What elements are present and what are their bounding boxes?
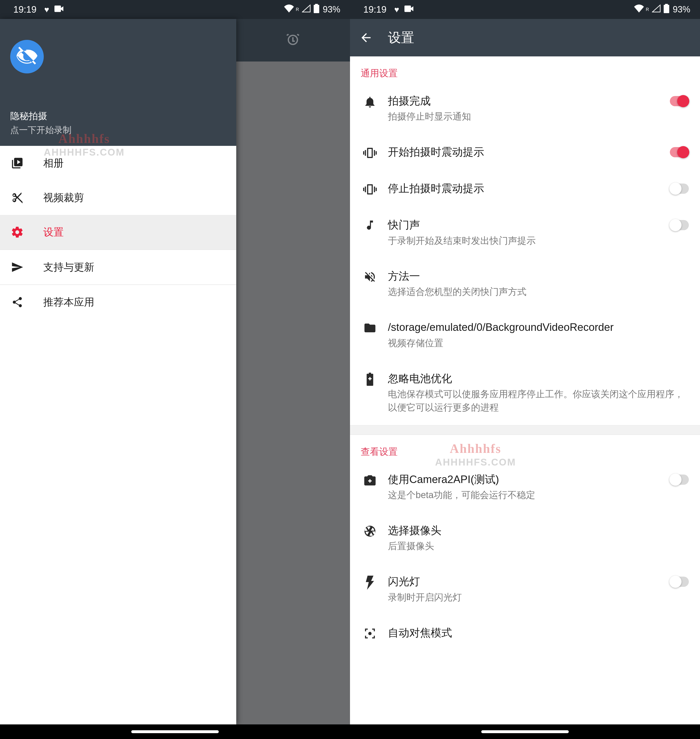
- settings-body[interactable]: 通用设置 拍摄完成 拍摄停止时显示通知 开始拍摄时震动提示 停止拍摄时震动提示: [350, 56, 700, 724]
- scissors-icon: [10, 191, 24, 204]
- phone-right: 19:19 ♥ R 93% 设置 通用设置 拍摄完成 拍摄停止时显示通知: [350, 0, 700, 739]
- camera-plus-icon: [357, 472, 383, 487]
- setting-title: 快门声: [388, 218, 660, 232]
- drawer-item-share[interactable]: 推荐本应用: [0, 285, 236, 319]
- status-time: 19:19: [13, 4, 37, 15]
- bell-icon: [357, 94, 383, 109]
- drawer-item-settings[interactable]: 设置: [0, 215, 236, 249]
- phone-left: 19:19 ♥ R 93% 隐秘拍摄 点: [0, 0, 350, 739]
- signal-icon: [652, 4, 660, 15]
- drawer-title: 隐秘拍摄: [10, 110, 226, 122]
- section-divider: [350, 425, 700, 435]
- setting-row-vibrate-stop[interactable]: 停止拍摄时震动提示: [350, 171, 700, 207]
- battery-plus-icon: [357, 371, 383, 386]
- setting-title: 开始拍摄时震动提示: [388, 145, 660, 159]
- setting-row-choose-camera[interactable]: 选择摄像头 后置摄像头: [350, 512, 700, 564]
- status-time: 19:19: [363, 4, 387, 15]
- battery-icon: [663, 4, 669, 15]
- setting-title: 闪光灯: [388, 574, 660, 589]
- wifi-icon: [284, 4, 294, 15]
- drawer-subtitle: 点一下开始录制: [10, 124, 226, 136]
- drawer-item-support[interactable]: 支持与更新: [0, 250, 236, 284]
- toggle-switch[interactable]: [670, 147, 689, 157]
- setting-title: 选择摄像头: [388, 523, 687, 537]
- back-button[interactable]: [359, 31, 373, 44]
- setting-subtitle: 这是个beta功能，可能会运行不稳定: [388, 488, 660, 502]
- battery-icon: [313, 4, 319, 15]
- setting-title: 停止拍摄时震动提示: [388, 181, 660, 196]
- setting-row-vibrate-start[interactable]: 开始拍摄时震动提示: [350, 134, 700, 171]
- setting-title: 忽略电池优化: [388, 371, 687, 386]
- folder-icon: [357, 320, 383, 334]
- setting-row-done-notify[interactable]: 拍摄完成 拍摄停止时显示通知: [350, 83, 700, 134]
- center-focus-icon: [357, 626, 383, 640]
- setting-subtitle: 于录制开始及结束时发出快门声提示: [388, 234, 660, 247]
- music-note-icon: [357, 218, 383, 231]
- setting-row-storage[interactable]: /storage/emulated/0/BackgroundVideoRecor…: [350, 309, 700, 360]
- toggle-switch[interactable]: [670, 220, 689, 230]
- network-r-label: R: [646, 7, 649, 12]
- alarm-icon[interactable]: [285, 32, 301, 49]
- send-icon: [10, 261, 24, 274]
- setting-row-battery[interactable]: 忽略电池优化 电池保存模式可以使服务应用程序停止工作。你应该关闭这个应用程序，以…: [350, 361, 700, 425]
- toggle-switch[interactable]: [670, 474, 689, 485]
- drawer-item-label: 设置: [43, 225, 64, 239]
- drawer-items: 相册 视频裁剪 设置 支持与更新 推荐本应用: [0, 146, 236, 319]
- setting-subtitle: 电池保存模式可以使服务应用程序停止工作。你应该关闭这个应用程序，以便它可以运行更…: [388, 387, 687, 414]
- toggle-switch[interactable]: [670, 184, 689, 194]
- heart-icon: ♥: [44, 5, 49, 14]
- wifi-icon: [634, 4, 644, 15]
- drawer-item-label: 推荐本应用: [43, 295, 94, 309]
- section-header-view: 查看设置: [350, 435, 700, 461]
- nav-bar[interactable]: [0, 724, 350, 739]
- volume-off-icon: [357, 269, 383, 283]
- setting-title: /storage/emulated/0/BackgroundVideoRecor…: [388, 320, 687, 334]
- nav-bar[interactable]: [350, 724, 700, 739]
- signal-icon: [302, 4, 310, 15]
- nav-pill: [481, 730, 569, 733]
- navigation-drawer: 隐秘拍摄 点一下开始录制 相册 视频裁剪 设置: [0, 19, 236, 724]
- battery-pct: 93%: [673, 4, 690, 15]
- toggle-switch[interactable]: [670, 577, 689, 587]
- setting-subtitle: 选择适合您机型的关闭快门声方式: [388, 285, 687, 299]
- status-bar: 19:19 ♥ R 93%: [0, 0, 350, 19]
- battery-pct: 93%: [323, 4, 340, 15]
- setting-title: 拍摄完成: [388, 94, 660, 108]
- page-title: 设置: [388, 29, 414, 47]
- setting-row-autofocus[interactable]: 自动对焦模式: [350, 615, 700, 651]
- vibrate-icon: [357, 181, 383, 196]
- videocam-icon: [404, 5, 414, 14]
- setting-subtitle: 视频存储位置: [388, 336, 687, 350]
- video-library-icon: [10, 157, 24, 169]
- network-r-label: R: [296, 7, 299, 12]
- drawer-item-gallery[interactable]: 相册: [0, 146, 236, 180]
- drawer-item-trim[interactable]: 视频裁剪: [0, 180, 236, 215]
- nav-pill: [131, 730, 219, 733]
- videocam-icon: [54, 5, 64, 14]
- setting-title: 方法一: [388, 269, 687, 283]
- setting-row-shutter[interactable]: 快门声 于录制开始及结束时发出快门声提示: [350, 207, 700, 258]
- setting-title: 自动对焦模式: [388, 626, 687, 640]
- share-icon: [10, 296, 24, 308]
- setting-subtitle: 录制时开启闪光灯: [388, 591, 660, 604]
- status-bar: 19:19 ♥ R 93%: [350, 0, 700, 19]
- drawer-item-label: 视频裁剪: [43, 191, 84, 205]
- app-logo-icon: [10, 40, 44, 74]
- setting-subtitle: 拍摄停止时显示通知: [388, 110, 660, 123]
- setting-row-method[interactable]: 方法一 选择适合您机型的关闭快门声方式: [350, 258, 700, 309]
- setting-row-flash[interactable]: 闪光灯 录制时开启闪光灯: [350, 564, 700, 615]
- setting-title: 使用Camera2API(测试): [388, 472, 660, 486]
- setting-row-camera2api[interactable]: 使用Camera2API(测试) 这是个beta功能，可能会运行不稳定: [350, 461, 700, 512]
- drawer-item-label: 支持与更新: [43, 261, 94, 274]
- heart-icon: ♥: [394, 5, 399, 14]
- gear-icon: [10, 225, 24, 239]
- drawer-header: 隐秘拍摄 点一下开始录制: [0, 19, 236, 146]
- aperture-icon: [357, 523, 383, 538]
- toggle-switch[interactable]: [670, 96, 689, 106]
- section-header-general: 通用设置: [350, 56, 700, 83]
- drawer-item-label: 相册: [43, 156, 64, 170]
- flash-icon: [357, 574, 383, 590]
- app-bar: 设置: [350, 19, 700, 56]
- setting-subtitle: 后置摄像头: [388, 539, 687, 553]
- drawer-area: 隐秘拍摄 点一下开始录制 相册 视频裁剪 设置: [0, 19, 350, 724]
